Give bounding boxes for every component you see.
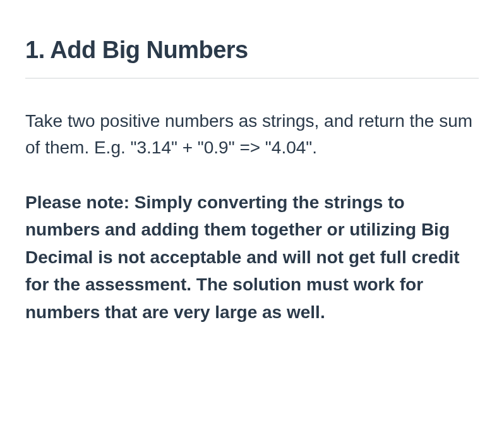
problem-description: Take two positive numbers as strings, an…	[25, 108, 479, 161]
problem-note: Please note: Simply converting the strin…	[25, 189, 479, 326]
heading-divider	[25, 78, 479, 79]
problem-heading: 1. Add Big Numbers	[25, 37, 479, 64]
